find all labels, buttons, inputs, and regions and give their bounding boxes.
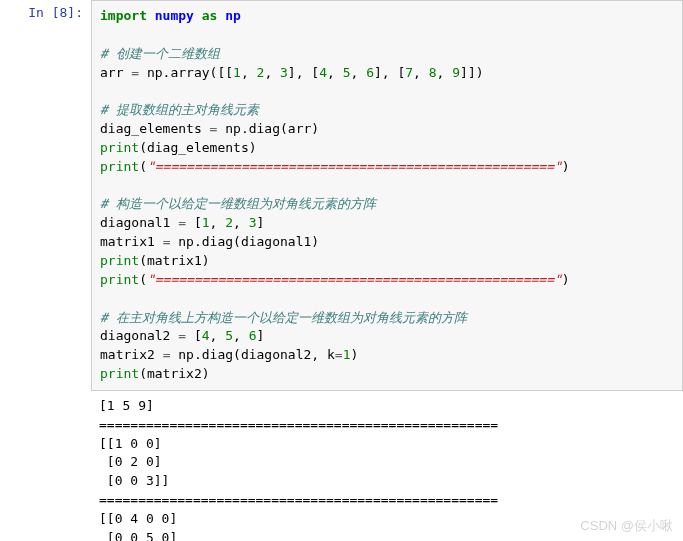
comment-1: # 创建一个二维数组 [100,46,220,61]
keyword-as: as [202,8,218,23]
comment-3: # 构造一个以给定一维数组为对角线元素的方阵 [100,196,376,211]
in-label: In [8]: [28,5,83,20]
code-cell: In [8]: import numpy as np # 创建一个二维数组 ar… [0,0,683,391]
jupyter-notebook: In [8]: import numpy as np # 创建一个二维数组 ar… [0,0,683,541]
output-separator-1: ========================================… [99,417,498,432]
output-matrix-1: [[1 0 0] [0 2 0] [0 0 3]] [99,436,169,489]
comment-2: # 提取数组的主对角线元素 [100,102,259,117]
watermark: CSDN @侯小啾 [580,517,673,535]
module-numpy: numpy [155,8,194,23]
builtin-print: print [100,140,139,155]
output-line-1: [1 5 9] [99,398,154,413]
code-area[interactable]: import numpy as np # 创建一个二维数组 arr = np.a… [91,0,683,391]
input-prompt: In [8]: [0,0,91,391]
output-matrix-2: [[0 4 0 0] [0 0 5 0] [0 0 0 6] [0 0 0 0]… [99,511,185,541]
keyword-import: import [100,8,147,23]
alias-np: np [225,8,241,23]
output-prompt [0,391,91,541]
comment-4: # 在主对角线上方构造一个以给定一维数组为对角线元素的方阵 [100,310,467,325]
output-separator-2: ========================================… [99,492,498,507]
var-arr: arr [100,65,131,80]
string-sep: "=======================================… [147,159,562,174]
